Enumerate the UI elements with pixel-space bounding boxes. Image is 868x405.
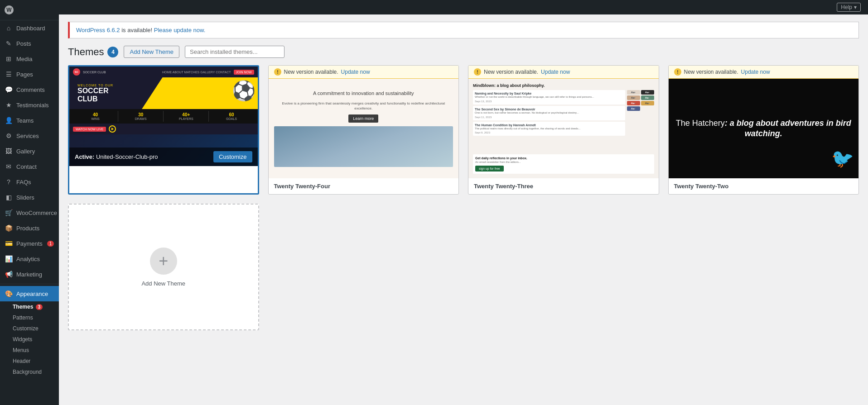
sidebar-item-posts[interactable]: ✎ Posts xyxy=(0,36,59,51)
sidebar-item-faqs[interactable]: ? FAQs xyxy=(0,174,59,190)
media-icon: ⊞ xyxy=(5,55,13,63)
sidebar-item-dashboard[interactable]: ⌂ Dashboard xyxy=(0,20,59,36)
sidebar-item-analytics[interactable]: 📊 Analytics xyxy=(0,251,59,267)
sidebar-item-label: Pages xyxy=(16,71,33,78)
sidebar-item-gallery[interactable]: 🖼 Gallery xyxy=(0,143,59,159)
pages-icon: ☰ xyxy=(5,70,13,78)
update-icon-ttt: ! xyxy=(474,68,481,76)
sidebar-item-woocommerce[interactable]: 🛒 WooCommerce xyxy=(0,205,59,220)
sidebar-sub-item-widgets[interactable]: Widgets xyxy=(0,334,59,345)
sidebar-item-marketing[interactable]: 📢 Marketing xyxy=(0,267,59,282)
ttwotwo-name: Twenty Twenty-Two xyxy=(674,183,729,190)
bird-decoration: 🐦 xyxy=(831,148,854,169)
themes-badge: 3 xyxy=(36,304,43,310)
ttt-name: Twenty Twenty-Three xyxy=(474,183,533,190)
svg-text:!: ! xyxy=(677,70,678,75)
update-icon-ttwotwo: ! xyxy=(674,68,681,76)
sidebar-item-sliders[interactable]: ◧ Sliders xyxy=(0,190,59,205)
ttt-update-text: New version available. xyxy=(484,69,538,75)
sidebar-item-label: Payments xyxy=(16,240,43,247)
comments-icon: 💬 xyxy=(5,86,13,94)
sidebar-item-label: Contact xyxy=(16,163,37,170)
theme-card-ttwotwo[interactable]: ! New version available. Update now The … xyxy=(668,65,859,195)
sidebar-item-media[interactable]: ⊞ Media xyxy=(0,51,59,67)
theme-screenshot-ttt: Mindblown: a blog about philosophy. Nami… xyxy=(468,79,659,178)
sidebar-sub-item-menus[interactable]: Menus xyxy=(0,345,59,356)
woocommerce-icon: 🛒 xyxy=(5,209,13,217)
sidebar-item-products[interactable]: 📦 Products xyxy=(0,220,59,236)
add-new-theme-button[interactable]: Add New Theme xyxy=(124,46,179,58)
sidebar-item-appearance[interactable]: 🎨 Appearance xyxy=(0,286,59,301)
active-theme-name: United-Soccer-Club-pro xyxy=(96,153,158,160)
update-now-link[interactable]: Please update now. xyxy=(154,27,205,33)
theme-card-ttt[interactable]: ! New version available. Update now Mind… xyxy=(468,65,659,195)
wordpress-version-link[interactable]: WordPress 6.6.2 xyxy=(76,27,120,33)
marketing-icon: 📢 xyxy=(5,270,13,278)
sidebar-item-label: WooCommerce xyxy=(16,210,57,216)
sidebar-sub-item-patterns[interactable]: Patterns xyxy=(0,312,59,323)
sidebar-item-label: FAQs xyxy=(16,179,31,186)
help-button[interactable]: Help ▾ xyxy=(837,3,861,12)
widgets-sub-label: Widgets xyxy=(13,336,32,343)
analytics-icon: 📊 xyxy=(5,255,13,263)
theme-card-ttf[interactable]: ! New version available. Update now A co… xyxy=(268,65,459,195)
ttf-learn-more: Learn more xyxy=(348,114,378,123)
add-new-theme-card[interactable]: + Add New Theme xyxy=(68,204,259,330)
themes-header: Themes 4 Add New Theme xyxy=(68,46,859,58)
page-content: WordPress 6.6.2 is available! Please upd… xyxy=(59,14,868,338)
gallery-icon: 🖼 xyxy=(5,147,13,155)
sidebar-item-label: Comments xyxy=(16,86,45,93)
customize-sub-label: Customize xyxy=(13,325,39,332)
theme-screenshot-soccer: SC SOCCER CLUB HOME ABOUT MATCHES GALLER… xyxy=(69,67,258,166)
theme-screenshot-ttf: A commitment to innovation and sustainab… xyxy=(269,79,459,178)
sidebar-item-label: Testimonials xyxy=(16,102,49,109)
update-notice: WordPress 6.6.2 is available! Please upd… xyxy=(68,22,859,38)
update-notice-text: is available! xyxy=(121,27,154,33)
ttwotwo-footer: Twenty Twenty-Two xyxy=(669,178,859,194)
ttt-footer: Twenty Twenty-Three xyxy=(468,178,659,194)
theme-card-soccer[interactable]: SC SOCCER CLUB HOME ABOUT MATCHES GALLER… xyxy=(68,65,259,195)
sidebar-item-services[interactable]: ⚙ Services xyxy=(0,128,59,143)
active-theme-bar: Active: United-Soccer-Club-pro Customize xyxy=(69,148,258,166)
sidebar-item-label: Marketing xyxy=(16,271,42,278)
themes-grid: SC SOCCER CLUB HOME ABOUT MATCHES GALLER… xyxy=(68,65,859,330)
teams-icon: 👤 xyxy=(5,116,13,124)
sidebar-item-label: Sliders xyxy=(16,194,34,201)
active-theme-label: Active: United-Soccer-Club-pro xyxy=(75,153,158,160)
sidebar-item-contact[interactable]: ✉ Contact xyxy=(0,159,59,174)
sidebar-item-teams[interactable]: 👤 Teams xyxy=(0,113,59,128)
sidebar-item-label: Products xyxy=(16,225,39,232)
ttf-name: Twenty Twenty-Four xyxy=(274,183,330,190)
sidebar-item-pages[interactable]: ☰ Pages xyxy=(0,67,59,82)
theme-screenshot-ttwotwo: The Hatchery: a blog about adventures in… xyxy=(669,79,859,178)
ttwotwo-update-link[interactable]: Update now xyxy=(741,69,770,75)
faqs-icon: ? xyxy=(5,178,13,186)
ttt-update-link[interactable]: Update now xyxy=(541,69,570,75)
svg-text:!: ! xyxy=(477,70,478,75)
ttf-update-link[interactable]: Update now xyxy=(341,69,370,75)
customize-button[interactable]: Customize xyxy=(213,151,252,162)
sidebar-item-comments[interactable]: 💬 Comments xyxy=(0,82,59,97)
wordpress-logo: W xyxy=(5,5,14,14)
sidebar-sub-item-customize[interactable]: Customize xyxy=(0,323,59,334)
sidebar-sub-item-themes[interactable]: Themes 3 xyxy=(0,301,59,312)
add-theme-plus-icon: + xyxy=(150,248,177,275)
sidebar-item-testimonials[interactable]: ★ Testimonials xyxy=(0,97,59,113)
testimonials-icon: ★ xyxy=(5,101,13,109)
sidebar-sub-item-header[interactable]: Header xyxy=(0,356,59,367)
sidebar-item-label: Media xyxy=(16,56,32,62)
appearance-icon: 🎨 xyxy=(5,290,13,298)
sidebar-item-label: Dashboard xyxy=(16,25,45,32)
sidebar-item-payments[interactable]: 💳 Payments 1 xyxy=(0,236,59,251)
admin-topbar: Help ▾ xyxy=(59,0,868,14)
search-themes-input[interactable] xyxy=(185,46,285,58)
main-content: Help ▾ WordPress 6.6.2 is available! Ple… xyxy=(59,0,868,405)
sidebar-item-label: Gallery xyxy=(16,148,35,155)
services-icon: ⚙ xyxy=(5,132,13,140)
patterns-sub-label: Patterns xyxy=(13,314,33,321)
posts-icon: ✎ xyxy=(5,39,13,48)
update-icon: ! xyxy=(274,68,281,76)
sidebar-logo: W xyxy=(0,0,59,20)
payments-badge: 1 xyxy=(47,241,54,247)
sidebar-sub-item-background[interactable]: Background xyxy=(0,367,59,377)
